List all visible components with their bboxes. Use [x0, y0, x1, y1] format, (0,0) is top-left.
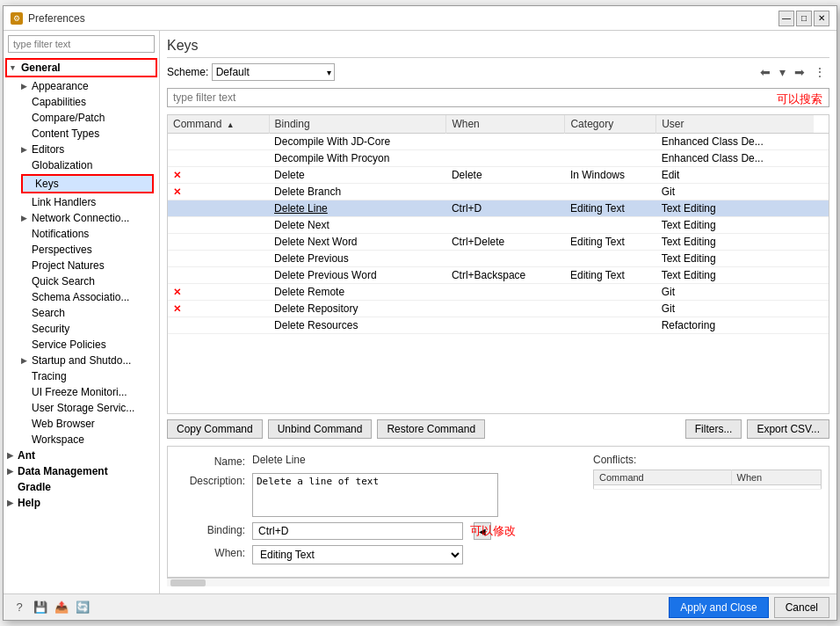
col-binding[interactable]: Binding [269, 115, 446, 134]
tree-item-schema[interactable]: ▶ Schema Associatio... [4, 289, 159, 305]
row-category: Text Editing [656, 234, 814, 251]
tree-item-tracing[interactable]: ▶ Tracing [4, 368, 159, 384]
tree-item-ui-freeze[interactable]: ▶ UI Freeze Monitori... [4, 384, 159, 400]
h-scrollbar[interactable] [167, 578, 829, 586]
when-row: When: Editing Text In Windows In Dialogs… [175, 545, 579, 564]
dialog-icon: ⚙ [11, 12, 23, 25]
tree-filter-input[interactable] [8, 35, 155, 53]
row-icon-cell [168, 234, 269, 251]
tree-item-link-handlers[interactable]: ▶ Link Handlers [4, 194, 159, 210]
filters-button[interactable]: Filters... [685, 419, 742, 439]
tree-item-user-storage[interactable]: ▶ User Storage Servic... [4, 400, 159, 416]
apply-close-button[interactable]: Apply and Close [669, 597, 768, 618]
table-row[interactable]: ✕Delete RemoteGit [168, 284, 829, 301]
tree-item-appearance[interactable]: ▶ Appearance [4, 78, 159, 94]
row-when: Editing Text [565, 200, 656, 217]
tree-item-capabilities[interactable]: ▶ Capabilities [4, 94, 159, 110]
tree-label-keys: Keys [35, 178, 59, 190]
table-row[interactable]: ✕Delete BranchGit [168, 184, 829, 200]
unbind-command-button[interactable]: Unbind Command [268, 419, 373, 439]
table-row[interactable]: Delete NextText Editing [168, 217, 829, 234]
tree-item-perspectives[interactable]: ▶ Perspectives [4, 242, 159, 258]
row-when: Editing Text [565, 267, 656, 284]
table-row[interactable]: ✕Delete RepositoryGit [168, 301, 829, 317]
dialog-title: Preferences [28, 12, 85, 25]
tree-label-appearance: Appearance [32, 80, 89, 92]
window-controls: — □ ✕ [778, 11, 829, 26]
forward-button[interactable]: ➡ [791, 63, 808, 81]
row-when [565, 184, 656, 200]
tree-item-project-natures[interactable]: ▶ Project Natures [4, 258, 159, 273]
conflict-icon: ✕ [173, 186, 181, 197]
help-icon[interactable]: ? [11, 599, 28, 616]
more-button[interactable]: ⋮ [810, 63, 829, 81]
col-category[interactable]: Category [565, 115, 656, 134]
table-row[interactable]: Delete Next WordCtrl+DeleteEditing TextT… [168, 234, 829, 251]
tree-item-workspace[interactable]: ▶ Workspace [4, 432, 159, 448]
close-button[interactable]: ✕ [814, 11, 829, 26]
table-row[interactable]: Delete PreviousText Editing [168, 251, 829, 267]
restore-command-button[interactable]: Restore Command [377, 419, 485, 439]
tree-item-network[interactable]: ▶ Network Connectio... [4, 210, 159, 226]
table-row[interactable]: Delete LineCtrl+DEditing TextText Editin… [168, 200, 829, 217]
keys-table-area[interactable]: Command ▲ Binding When Category User Dec… [167, 114, 829, 414]
row-user [814, 150, 829, 167]
when-select[interactable]: Editing Text In Windows In Dialogs and W… [252, 545, 463, 564]
tree-item-search[interactable]: ▶ Search [4, 305, 159, 321]
tree-label-content-types: Content Types [32, 127, 99, 140]
tree-item-editors[interactable]: ▶ Editors [4, 142, 159, 157]
row-when [565, 284, 656, 301]
minimize-button[interactable]: — [778, 11, 794, 26]
tree-item-notifications[interactable]: ▶ Notifications [4, 226, 159, 242]
keys-filter-input[interactable] [167, 88, 829, 107]
import-icon[interactable]: 📤 [53, 599, 70, 616]
desc-textarea[interactable] [252, 473, 498, 517]
tree-item-data-mgmt[interactable]: ▶ Data Management [4, 463, 159, 479]
row-user [814, 200, 829, 217]
table-row[interactable]: Decompile With JD-CoreEnhanced Class De.… [168, 134, 829, 150]
col-user[interactable]: User [656, 115, 814, 134]
back-button[interactable]: ⬅ [757, 63, 774, 81]
scheme-select[interactable]: Default Emacs [212, 63, 335, 81]
table-row[interactable]: Delete Previous WordCtrl+BackspaceEditin… [168, 267, 829, 284]
dropdown-button[interactable]: ▾ [776, 63, 789, 81]
col-when[interactable]: When [446, 115, 565, 134]
row-command: Delete Previous [269, 251, 446, 267]
filter-row: 可以搜索 [167, 88, 829, 111]
tree-item-gradle[interactable]: ▶ Gradle [4, 479, 159, 495]
save-icon[interactable]: 💾 [32, 599, 49, 616]
tree-item-service-policies[interactable]: ▶ Service Policies [4, 337, 159, 353]
tree-item-startup[interactable]: ▶ Startup and Shutdo... [4, 353, 159, 368]
tree-item-keys[interactable]: ▶ Keys [23, 176, 152, 192]
tree-item-globalization[interactable]: ▶ Globalization [4, 157, 159, 173]
tree-item-quick-search[interactable]: ▶ Quick Search [4, 273, 159, 289]
row-user [814, 167, 829, 184]
table-row[interactable]: Delete ResourcesRefactoring [168, 317, 829, 334]
desc-label: Description: [175, 473, 245, 487]
table-row[interactable]: ✕DeleteDeleteIn WindowsEdit [168, 167, 829, 184]
tree-item-content-types[interactable]: ▶ Content Types [4, 126, 159, 142]
row-user [814, 184, 829, 200]
maximize-button[interactable]: □ [796, 11, 812, 26]
export-csv-button[interactable]: Export CSV... [747, 419, 829, 439]
row-command: Decompile With Procyon [269, 150, 446, 167]
binding-input[interactable] [252, 522, 463, 540]
row-binding [446, 284, 565, 301]
row-when [565, 134, 656, 150]
tree-item-compare[interactable]: ▶ Compare/Patch [4, 110, 159, 126]
cancel-button[interactable]: Cancel [774, 597, 829, 618]
expand-arrow-help: ▶ [7, 499, 16, 507]
restore-icon[interactable]: 🔄 [74, 599, 91, 616]
row-command: Delete Branch [269, 184, 446, 200]
row-icon-cell [168, 150, 269, 167]
tree-item-help[interactable]: ▶ Help [4, 495, 159, 511]
col-command[interactable]: Command ▲ [168, 115, 269, 134]
tree-item-web-browser[interactable]: ▶ Web Browser [4, 416, 159, 432]
tree-item-security[interactable]: ▶ Security [4, 321, 159, 337]
table-row[interactable]: Decompile With ProcyonEnhanced Class De.… [168, 150, 829, 167]
scheme-row: Scheme: Default Emacs ⬅ ▾ ➡ ⋮ [167, 63, 829, 81]
copy-command-button[interactable]: Copy Command [167, 419, 263, 439]
tree-label-workspace: Workspace [32, 433, 84, 446]
tree-item-ant[interactable]: ▶ Ant [4, 448, 159, 463]
tree-item-general[interactable]: ▾ General [7, 60, 156, 76]
